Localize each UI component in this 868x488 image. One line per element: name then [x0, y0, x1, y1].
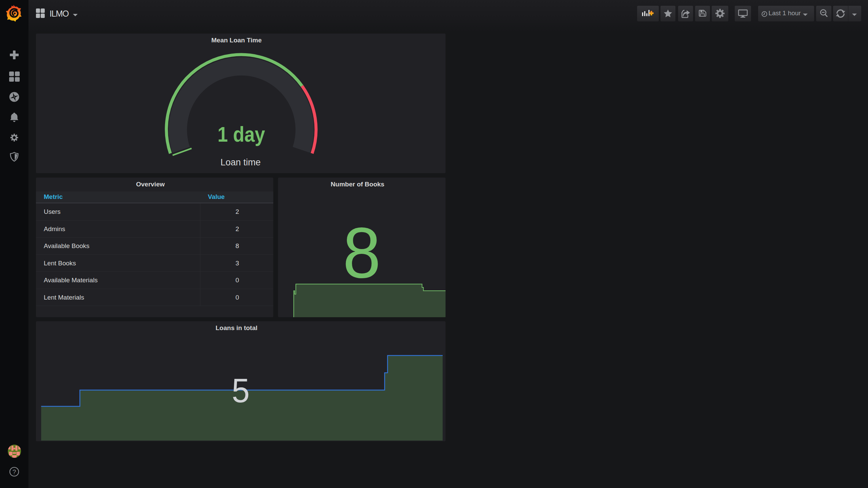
- svg-text:?: ?: [13, 468, 16, 475]
